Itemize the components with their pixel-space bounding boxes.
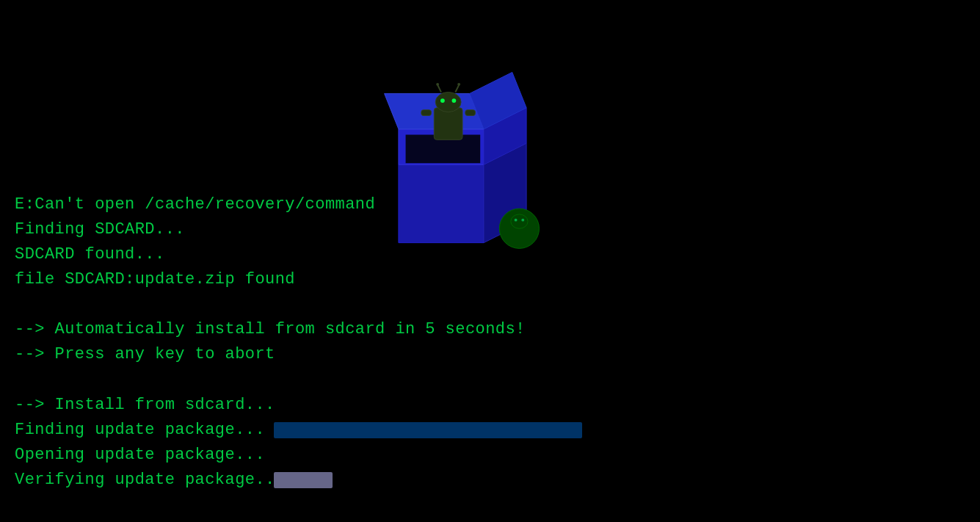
terminal-line-finding: Finding update package... (15, 418, 965, 443)
svg-point-8 (435, 92, 461, 112)
terminal-line-5-empty (15, 292, 965, 317)
terminal-line-auto-install: --> Automatically install from sdcard in… (15, 317, 965, 342)
progress-bar-container (274, 422, 582, 438)
terminal-line-install: --> Install from sdcard... (15, 393, 965, 418)
terminal-line-3: SDCARD found... (15, 242, 965, 267)
svg-point-10 (451, 98, 456, 103)
terminal-line-2: Finding SDCARD... (15, 217, 965, 242)
svg-rect-15 (421, 110, 432, 116)
svg-point-14 (457, 83, 460, 86)
recovery-screen: E:Can't open /cache/recovery/command Fin… (0, 0, 980, 522)
terminal-line-1: E:Can't open /cache/recovery/command (15, 192, 965, 217)
terminal-line-8-empty (15, 368, 965, 393)
svg-rect-16 (465, 110, 476, 116)
svg-point-9 (440, 98, 445, 103)
svg-line-11 (438, 85, 441, 93)
progress-bar-fill (274, 472, 333, 488)
terminal-line-4: file SDCARD:update.zip found (15, 267, 965, 292)
terminal-output: E:Can't open /cache/recovery/command Fin… (0, 178, 980, 507)
finding-update-text: Finding update package... (15, 418, 265, 443)
svg-line-12 (455, 85, 459, 93)
svg-rect-7 (434, 108, 462, 140)
svg-point-13 (436, 83, 439, 86)
terminal-line-abort: --> Press any key to abort (15, 342, 965, 367)
